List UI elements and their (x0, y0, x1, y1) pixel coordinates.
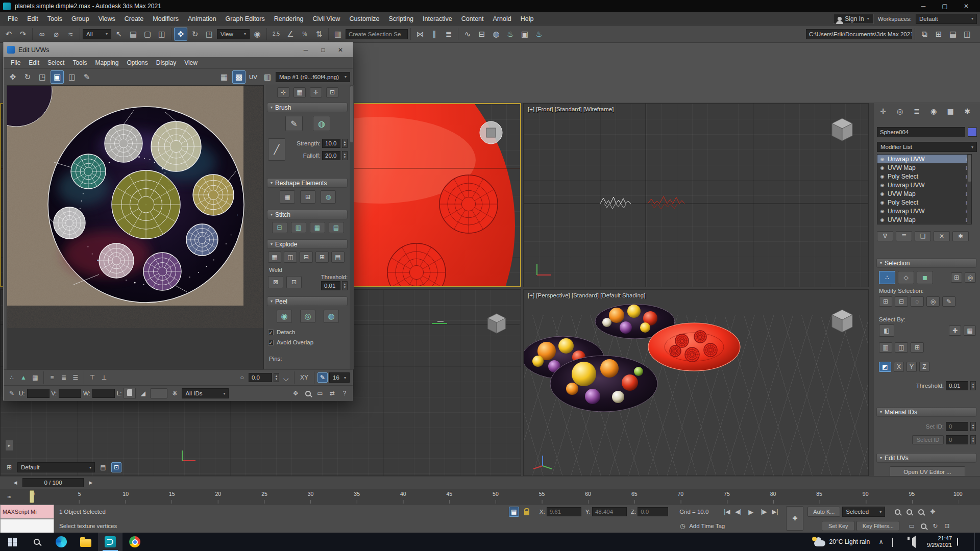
peel-mode-icon[interactable]: ◎ (300, 310, 315, 323)
layer-manager-icon[interactable]: ≣ (442, 28, 455, 41)
soft-selection-icon[interactable]: ∴ (7, 372, 17, 383)
brush-size-select[interactable]: 16 ▾ (329, 372, 350, 383)
lock-selection-icon[interactable] (124, 388, 136, 399)
uvw-menu-tools[interactable]: Tools (68, 57, 91, 68)
rollout-material-ids[interactable]: ▾ Material IDs (876, 407, 976, 417)
rollout-edit-uvs[interactable]: ▾ Edit UVs (876, 453, 976, 463)
reset-peel-icon[interactable]: ◍ (324, 310, 339, 323)
menu-graph-editors[interactable]: Graph Editors (221, 12, 270, 25)
set-id-spinner[interactable]: ▲▼ (970, 422, 976, 431)
menu-edit[interactable]: Edit (22, 12, 43, 25)
relax-brush-icon[interactable]: ◍ (313, 116, 330, 131)
window-crossing-icon[interactable]: ◫ (155, 28, 168, 41)
field-of-view-icon[interactable] (918, 521, 928, 531)
shrink-selection-icon[interactable]: ⊟ (895, 296, 908, 307)
uvw-mirror-icon[interactable]: ◫ (65, 70, 79, 84)
falloff-grid-icon[interactable]: ▦ (30, 372, 40, 383)
polygon-mode-button[interactable]: ◼ (917, 271, 933, 284)
zoom-icon[interactable] (303, 388, 313, 398)
uvw-menu-mapping[interactable]: Mapping (91, 57, 122, 68)
stitch-target-icon[interactable]: ▤ (329, 222, 344, 233)
use-pivot-center-icon[interactable]: ◉ (251, 28, 264, 41)
menu-animation[interactable]: Animation (183, 12, 221, 25)
layer-explorer-icon[interactable]: ◫ (961, 28, 974, 41)
menu-civil-view[interactable]: Civil View (308, 12, 345, 25)
select-and-rotate-icon[interactable]: ↻ (188, 28, 202, 41)
modifier-stack-item[interactable]: ◉UVW Map▣ (877, 163, 971, 172)
axis-x-button[interactable]: X (894, 362, 904, 372)
uvw-close-button[interactable]: ✕ (332, 44, 349, 56)
modifier-stack-item[interactable]: ◉Poly Select▣ (877, 172, 971, 181)
visibility-icon[interactable]: ◉ (879, 217, 886, 222)
visibility-icon[interactable]: ◉ (879, 165, 886, 170)
configure-sets-icon[interactable]: ✱ (952, 231, 969, 241)
strength-spinner[interactable]: ▲▼ (342, 139, 348, 148)
freeze-icon[interactable]: ❋ (169, 388, 180, 398)
tab-utilities-icon[interactable]: ✱ (961, 106, 973, 117)
viewcube-gizmo[interactable] (480, 121, 502, 144)
explode-flatten-icon[interactable]: ▦ (268, 252, 281, 263)
reference-coordinate-select[interactable]: View ▾ (217, 29, 250, 39)
workspaces-select[interactable]: Default ▾ (916, 14, 977, 24)
threshold-field[interactable]: 0.01 (946, 381, 968, 390)
select-by-map-icon[interactable]: ⊞ (911, 342, 924, 353)
select-by-name-icon[interactable]: ▤ (127, 28, 140, 41)
zoom-region-icon[interactable]: ▭ (315, 388, 325, 398)
select-by-material-icon[interactable]: ◫ (895, 342, 908, 353)
workspace-icon[interactable]: ⧉ (918, 28, 931, 41)
falloff-spinner[interactable]: ▲▼ (342, 151, 348, 160)
falloff-curve-icon[interactable]: ╱ (268, 138, 285, 161)
weld-threshold-field[interactable]: 0.01 (321, 281, 340, 290)
u-field[interactable] (27, 389, 50, 398)
time-slider-handle[interactable] (30, 490, 34, 503)
ring-selection-icon[interactable]: ◌ (911, 296, 924, 307)
go-to-end-icon[interactable]: ▶| (770, 507, 780, 517)
toolbar-expand-handle[interactable]: ▸ (5, 440, 13, 451)
filter-faces-icon[interactable]: ◢ (138, 388, 148, 398)
percent-snap-icon[interactable]: % (298, 28, 311, 41)
menu-customize[interactable]: Customize (345, 12, 384, 25)
taskbar-clock[interactable]: 21:47 9/29/2021 (927, 535, 952, 548)
explode-by-edge-icon[interactable]: ◫ (284, 252, 297, 263)
layer-list-icon[interactable]: ▤ (98, 462, 108, 472)
menu-modifiers[interactable]: Modifiers (148, 12, 183, 25)
menu-scripting[interactable]: Scripting (384, 12, 418, 25)
visibility-icon[interactable]: ◉ (879, 200, 886, 205)
mirror-icon[interactable]: ⋈ (413, 28, 427, 41)
prev-frame-icon[interactable]: ◀ (10, 478, 20, 488)
play-icon[interactable]: ▶ (744, 507, 757, 517)
modifier-stack-item[interactable]: ◉Unwrap UVW▣ (877, 207, 971, 215)
selection-lock-icon[interactable] (521, 506, 532, 517)
pan-icon[interactable]: ✥ (290, 388, 301, 398)
paint-selection-icon[interactable]: ✎ (942, 296, 955, 307)
close-button[interactable]: ✕ (955, 0, 977, 12)
uvw-grid-icon[interactable]: ▥ (261, 70, 274, 84)
select-by-smoothing-icon[interactable]: ▥ (879, 342, 892, 353)
edit-named-selections-icon[interactable]: ▥ (331, 28, 345, 41)
set-id-field[interactable]: 0 (946, 422, 968, 431)
scene-explorer-icon[interactable]: ▤ (946, 28, 960, 41)
select-object-icon[interactable]: ↖ (112, 28, 126, 41)
tab-modify-icon[interactable]: ◎ (894, 106, 906, 117)
network-tray-icon[interactable] (892, 538, 904, 545)
spinner-snap-icon[interactable]: ⇅ (312, 28, 326, 41)
rollout-stitch[interactable]: ▾ Stitch (267, 210, 348, 219)
zoom-extents-icon[interactable] (916, 507, 926, 517)
reshape-grid-icon[interactable]: ▦ (280, 190, 295, 204)
uvw-map-select[interactable]: Map #1 (r9...f60f4.png) ▾ (276, 72, 350, 82)
uvw-rescale-icon[interactable]: ⊡ (326, 87, 338, 97)
snap-toggle-icon[interactable]: 2.5 (270, 28, 283, 41)
falloff-field[interactable]: 20.0 (322, 151, 340, 160)
minimize-button[interactable]: ─ (913, 0, 934, 12)
project-path-field[interactable]: C:\Users\Erik\Documents\3ds Max 2021 (806, 29, 912, 39)
set-key-button[interactable]: Set Key (822, 521, 854, 531)
ignore-backfacing-icon[interactable]: ◎ (965, 272, 976, 283)
stack-scrollbar[interactable] (967, 155, 971, 224)
menu-create[interactable]: Create (120, 12, 149, 25)
zoom-region-icon[interactable]: ▭ (906, 521, 917, 531)
taskbar-chrome-button[interactable] (122, 533, 147, 551)
open-explorer-icon[interactable]: ⊞ (932, 28, 945, 41)
next-frame-icon[interactable]: ▶ (86, 478, 96, 488)
menu-file[interactable]: File (3, 12, 22, 25)
tab-motion-icon[interactable]: ◉ (927, 106, 940, 117)
